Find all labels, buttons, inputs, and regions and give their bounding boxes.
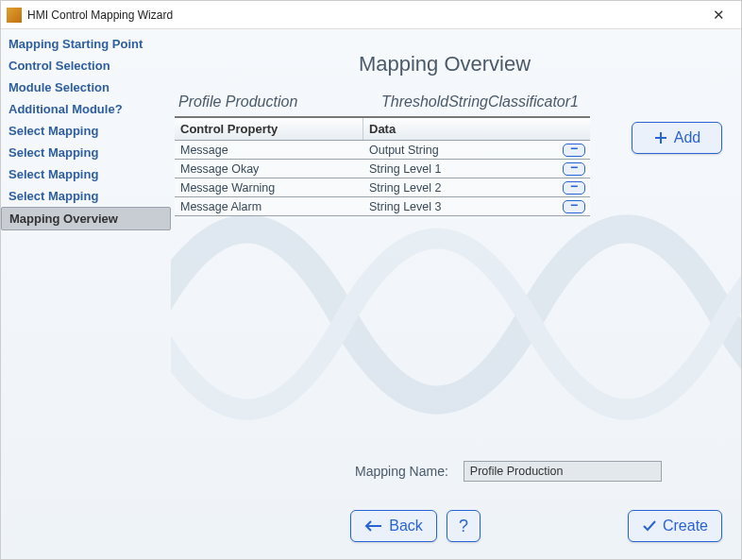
- window-title: HMI Control Mapping Wizard: [27, 8, 701, 22]
- table-row[interactable]: Message Alarm String Level 3 −: [175, 197, 590, 216]
- classifier-label: ThresholdStringClassificator1: [381, 93, 579, 110]
- back-button[interactable]: Back: [350, 510, 437, 542]
- cell-data: Output String: [363, 144, 558, 157]
- step-control-selection[interactable]: Control Selection: [1, 55, 171, 76]
- mapping-name-input[interactable]: [464, 461, 662, 482]
- add-button[interactable]: Add: [632, 122, 722, 154]
- wizard-steps-sidebar: Mapping Starting Point Control Selection…: [1, 29, 171, 559]
- step-select-mapping-4[interactable]: Select Mapping: [1, 185, 171, 207]
- cell-property: Message Okay: [175, 162, 363, 176]
- check-icon: [642, 519, 657, 533]
- app-icon: [7, 8, 22, 23]
- cell-data: String Level 2: [363, 181, 558, 195]
- step-module-selection[interactable]: Module Selection: [1, 76, 171, 98]
- col-control-property[interactable]: Control Property: [175, 118, 363, 140]
- remove-row-button[interactable]: −: [563, 144, 585, 157]
- create-button[interactable]: Create: [628, 510, 722, 542]
- table-row[interactable]: Message Warning String Level 2 −: [175, 178, 590, 197]
- add-button-label: Add: [674, 129, 700, 146]
- close-button[interactable]: ✕: [701, 2, 735, 28]
- help-button[interactable]: ?: [447, 510, 481, 542]
- step-select-mapping-1[interactable]: Select Mapping: [1, 120, 171, 142]
- main-panel: Mapping Overview Profile Production Thre…: [171, 29, 741, 559]
- remove-row-button[interactable]: −: [563, 162, 585, 176]
- create-button-label: Create: [663, 518, 708, 535]
- step-select-mapping-2[interactable]: Select Mapping: [1, 142, 171, 163]
- cell-data: String Level 3: [363, 200, 558, 213]
- arrow-left-icon: [364, 519, 383, 533]
- mapping-name-group: Mapping Name:: [355, 461, 662, 482]
- step-additional-module[interactable]: Additional Module?: [1, 98, 171, 120]
- back-button-label: Back: [389, 518, 423, 535]
- table-row[interactable]: Message Output String −: [175, 141, 590, 160]
- mapping-table: Control Property Data Message Output Str…: [175, 116, 590, 216]
- step-mapping-starting-point[interactable]: Mapping Starting Point: [1, 33, 171, 55]
- titlebar: HMI Control Mapping Wizard ✕: [1, 1, 741, 29]
- help-icon: ?: [459, 517, 468, 536]
- cell-data: String Level 1: [363, 162, 558, 176]
- step-select-mapping-3[interactable]: Select Mapping: [1, 163, 171, 185]
- col-data[interactable]: Data: [363, 118, 590, 140]
- step-mapping-overview[interactable]: Mapping Overview: [1, 207, 171, 230]
- table-header: Control Property Data: [175, 118, 590, 141]
- remove-row-button[interactable]: −: [563, 181, 585, 195]
- page-title: Mapping Overview: [171, 52, 718, 76]
- remove-row-button[interactable]: −: [563, 200, 585, 213]
- profile-label: Profile Production: [178, 93, 297, 110]
- cell-property: Message Alarm: [175, 200, 363, 213]
- plus-icon: [653, 130, 668, 145]
- mapping-name-label: Mapping Name:: [355, 464, 448, 479]
- cell-property: Message: [175, 144, 363, 157]
- cell-property: Message Warning: [175, 181, 363, 195]
- table-row[interactable]: Message Okay String Level 1 −: [175, 160, 590, 178]
